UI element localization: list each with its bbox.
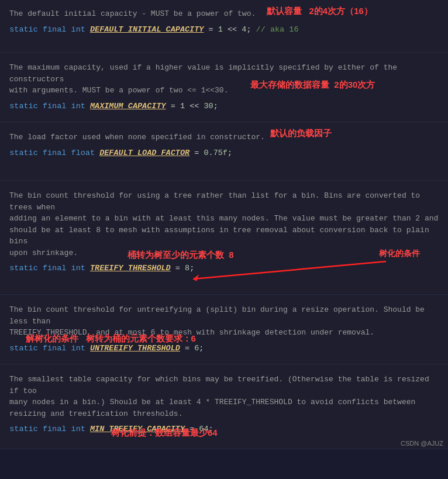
comment-6: The smallest table capacity for which bi…: [0, 370, 448, 422]
code-2: static final int MAXIMUM_CAPACITY = 1 <<…: [0, 99, 448, 114]
annotation-4a: 桶转为树至少的元素个数 8: [127, 250, 234, 261]
section-min-treeify: The smallest table capacity for which bi…: [0, 364, 448, 449]
comment-1: The default initial capacity - MUST be a…: [0, 5, 448, 22]
code-6: static final int MIN_TREEIFY_CAPACITY = …: [0, 422, 448, 437]
section-untreeify: The bin count threshold for untreeifying…: [0, 295, 448, 364]
annotation-2: 最大存储的数据容量 2的30次方: [250, 80, 375, 91]
annotation-5: 解树化的条件 树转为桶的元素个数要求：6: [26, 333, 196, 344]
watermark: CSDN @AJUZ: [401, 440, 443, 447]
code-4: static final int TREEIFY_THRESHOLD = 8;: [0, 261, 448, 276]
comment-2: The maximum capacity, used if a higher v…: [0, 58, 448, 99]
code-3: static final float DEFAULT_LOAD_FACTOR =…: [0, 146, 448, 161]
annotation-1: 默认容量 2的4次方（16）: [267, 6, 373, 17]
page-container: The default initial capacity - MUST be a…: [0, 0, 448, 449]
annotation-3: 默认的负载因子: [270, 128, 332, 139]
annotation-6: 树化前提：数组容量最少64: [111, 428, 218, 439]
section-max-capacity: The maximum capacity, used if a higher v…: [0, 53, 448, 122]
code-1: static final int DEFAULT_INITIAL_CAPACIT…: [0, 22, 448, 37]
annotation-4b: 树化的条件: [379, 249, 420, 259]
section-default-capacity: The default initial capacity - MUST be a…: [0, 0, 448, 53]
comment-3: The load factor used when none specified…: [0, 128, 448, 146]
section-load-factor: The load factor used when none specified…: [0, 122, 448, 181]
section-treeify: The bin count threshold for using a tree…: [0, 181, 448, 295]
